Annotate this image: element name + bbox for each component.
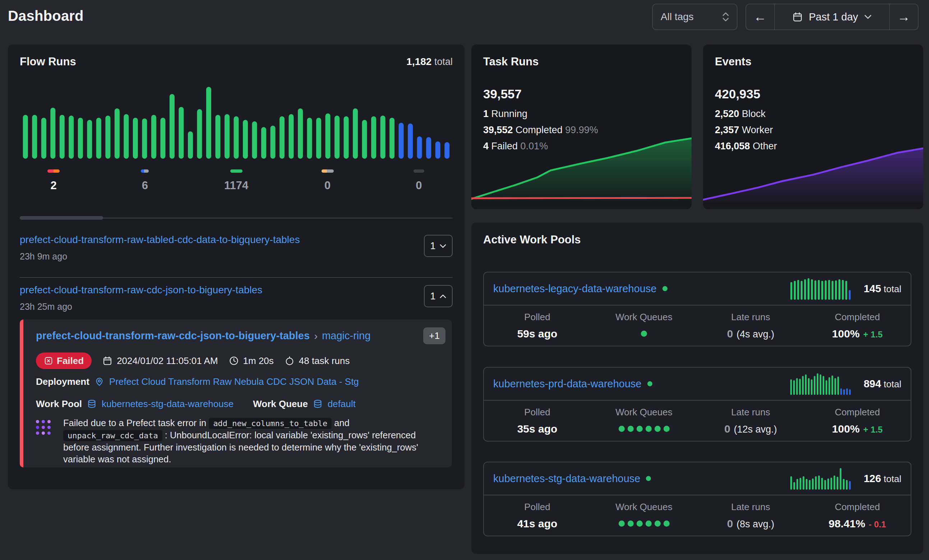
run-task-count: 48 task runs [285,355,350,367]
tags-filter-value: All tags [661,11,694,23]
work-queues-stat: Work Queues [590,407,697,435]
horizontal-scrollbar[interactable] [20,216,453,220]
task-runs-title: Task Runs [483,55,538,68]
chevron-up-icon [439,294,446,299]
flow-run-time: 23h 9m ago [20,251,453,262]
scrollbar-thumb[interactable] [20,216,103,220]
flow-runs-title: Flow Runs [20,55,76,68]
pool-mini-bar-chart[interactable] [789,277,851,300]
queue-health-dots [641,328,647,340]
work-queues-stat: Work Queues [590,502,697,530]
polled-stat: Polled 59s ago [484,312,590,340]
date-next-button[interactable]: → [890,4,918,29]
date-range-control: ← Past 1 day → [745,4,918,30]
completed-dash-icon [230,170,242,173]
pool-total: 126 total [864,473,901,485]
tags-filter-select[interactable]: All tags [652,4,737,30]
pool-mini-bar-chart[interactable] [789,467,851,490]
pool-mini-bar-chart[interactable] [789,373,851,395]
date-range-label: Past 1 day [809,11,858,23]
deployment-label: Deployment [36,376,89,387]
flow-run-time: 23h 25m ago [20,301,453,312]
work-queues-stat: Work Queues [590,312,697,340]
more-runs-badge[interactable]: +1 [423,327,446,344]
error-task-code: add_new_columns_to_table [209,418,331,429]
stat-late[interactable]: 2 [8,170,99,192]
pool-total: 145 total [864,283,901,295]
stat-pending[interactable]: 0 [282,170,373,192]
status-dot-icon [662,286,667,291]
work-queue-link[interactable]: default [328,398,356,410]
running-row: 1 Running [483,109,598,119]
flow-name-link[interactable]: prefect-cloud-transform-raw-cdc-json-to-… [36,330,310,342]
work-pool-link[interactable]: kubernetes-legacy-data-warehouse [493,283,657,295]
work-pool-link[interactable]: kubernetes-prd-data-warehouse [493,378,642,390]
late-runs-stat: Late runs 0(12s avg.) [697,407,804,435]
stat-completed[interactable]: 1174 [190,170,282,192]
events-panel: Events 420,935 2,520 Block 2,357 Worker … [703,44,923,209]
completed-stat: Completed 98.41%- 0.1 [804,502,911,530]
late-runs-stat: Late runs 0(8s avg.) [697,502,804,530]
worker-row: 2,357 Worker [715,125,777,136]
queue-health-dots [619,518,670,530]
events-total: 420,935 [715,87,760,101]
flow-run-name-link[interactable]: magic-ring [322,330,419,342]
run-duration: 1m 20s [229,355,274,367]
chevron-down-icon [864,14,872,19]
pending-dash-icon [322,170,334,173]
flow-runs-panel: Flow Runs 1,182 total 2 6 1174 0 0 prefe… [8,44,464,489]
queue-health-dots [619,423,670,435]
status-dot-icon [647,381,652,386]
task-runs-panel: Task Runs 39,557 1 Running 39,552 Comple… [471,44,691,209]
date-prev-button[interactable]: ← [746,4,774,29]
work-queue-label: Work Queue [253,398,308,410]
pool-total: 894 total [864,378,901,390]
breadcrumb-separator: › [314,330,317,342]
work-pool-link[interactable]: kubernetes-stg-data-warehouse [493,473,640,485]
polled-stat: Polled 35s ago [484,407,590,435]
expand-run-button[interactable]: 1 [424,235,453,257]
flow-runs-bar-chart[interactable] [21,86,452,159]
map-pin-icon [95,377,104,387]
stat-scheduled[interactable]: 6 [99,170,190,192]
select-chevrons-icon [722,12,729,21]
status-dot-icon [646,476,651,481]
deployment-link[interactable]: Prefect Cloud Transform Raw Nebula CDC J… [109,376,359,387]
collapse-run-button[interactable]: 1 [424,285,453,307]
arrow-left-icon: ← [754,9,767,24]
late-dash-icon [48,170,60,173]
date-range-button[interactable]: Past 1 day [774,4,890,29]
other-dash-icon [414,170,424,173]
page-title: Dashboard [8,8,84,24]
block-row: 2,520 Block [715,109,777,119]
chevron-down-icon [439,244,446,248]
failed-x-icon [44,356,53,366]
database-icon [87,399,97,409]
events-line-chart[interactable] [703,136,923,202]
active-work-pools-panel: Active Work Pools kubernetes-legacy-data… [471,223,923,554]
flow-runs-total: 1,182 total [406,56,453,67]
flow-run-link[interactable]: prefect-cloud-transform-raw-tabled-cdc-d… [20,234,300,246]
calendar-icon [792,11,803,22]
calendar-icon [103,356,112,366]
task-runs-line-chart[interactable] [471,130,691,201]
clock-icon [229,356,239,366]
database-icon [313,399,323,409]
ai-summary-icon [36,417,52,465]
failed-run-detail-card: prefect-cloud-transform-raw-cdc-json-to-… [20,320,452,467]
task-runs-total: 39,557 [483,87,521,101]
failed-state-stripe [20,320,23,467]
work-pool-label: Work Pool [36,398,82,410]
work-pool-card: kubernetes-legacy-data-warehouse 145 tot… [483,272,911,346]
arrow-right-icon: → [897,9,910,24]
divider [20,277,453,278]
run-start-time: 2024/01/02 11:05:01 AM [103,355,218,367]
work-pool-link[interactable]: kubernetes-stg-data-warehouse [102,398,233,410]
flow-run-link[interactable]: prefect-cloud-transform-raw-cdc-json-to-… [20,284,262,296]
completed-stat: Completed 100%+ 1.5 [804,407,911,435]
stat-other[interactable]: 0 [373,170,464,192]
scheduled-dash-icon [141,170,149,173]
flow-run-list-item: prefect-cloud-transform-raw-tabled-cdc-d… [20,234,453,276]
active-work-pools-title: Active Work Pools [483,233,581,246]
polled-stat: Polled 41s ago [484,502,590,530]
